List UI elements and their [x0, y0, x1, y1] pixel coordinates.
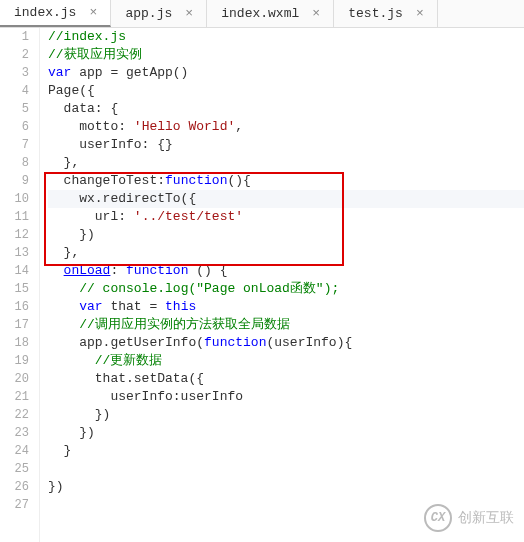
code-line: }) [48, 226, 524, 244]
line-number: 6 [0, 118, 29, 136]
line-number: 16 [0, 298, 29, 316]
code-line: userInfo: {} [48, 136, 524, 154]
line-number: 21 [0, 388, 29, 406]
code-line: }, [48, 154, 524, 172]
line-number: 15 [0, 280, 29, 298]
code-line: //index.js [48, 28, 524, 46]
line-number: 22 [0, 406, 29, 424]
line-number: 2 [0, 46, 29, 64]
close-icon[interactable]: × [415, 6, 425, 21]
line-number: 14 [0, 262, 29, 280]
line-number: 13 [0, 244, 29, 262]
code-line: //调用应用实例的方法获取全局数据 [48, 316, 524, 334]
tab-label: index.wxml [221, 6, 299, 21]
line-number: 27 [0, 496, 29, 514]
code-line: app.getUserInfo(function(userInfo){ [48, 334, 524, 352]
line-number: 1 [0, 28, 29, 46]
line-number: 5 [0, 100, 29, 118]
close-icon[interactable]: × [311, 6, 321, 21]
code-line: that.setData({ [48, 370, 524, 388]
close-icon[interactable]: × [184, 6, 194, 21]
line-number: 25 [0, 460, 29, 478]
line-number: 19 [0, 352, 29, 370]
tab-label: index.js [14, 5, 76, 20]
line-number: 24 [0, 442, 29, 460]
editor: 1 2 3 4 5 6 7 8 9 10 11 12 13 14 15 16 1… [0, 28, 524, 542]
line-gutter: 1 2 3 4 5 6 7 8 9 10 11 12 13 14 15 16 1… [0, 28, 40, 542]
code-line [48, 460, 524, 478]
tab-app-js[interactable]: app.js × [111, 0, 207, 27]
code-line: } [48, 442, 524, 460]
code-line: changeToTest:function(){ [48, 172, 524, 190]
tab-label: app.js [125, 6, 172, 21]
line-number: 9 [0, 172, 29, 190]
code-line: }) [48, 478, 524, 496]
watermark: CX 创新互联 [424, 504, 514, 532]
code-line: wx.redirectTo({ [48, 190, 524, 208]
line-number: 8 [0, 154, 29, 172]
line-number: 26 [0, 478, 29, 496]
line-number: 4 [0, 82, 29, 100]
code-line: Page({ [48, 82, 524, 100]
tab-index-wxml[interactable]: index.wxml × [207, 0, 334, 27]
tab-index-js[interactable]: index.js × [0, 0, 111, 27]
code-line: userInfo:userInfo [48, 388, 524, 406]
tab-test-js[interactable]: test.js × [334, 0, 438, 27]
code-line: data: { [48, 100, 524, 118]
watermark-text: 创新互联 [458, 509, 514, 527]
code-line: var that = this [48, 298, 524, 316]
code-line: onLoad: function () { [48, 262, 524, 280]
line-number: 12 [0, 226, 29, 244]
code-area[interactable]: //index.js //获取应用实例 var app = getApp() P… [40, 28, 524, 542]
tab-bar: index.js × app.js × index.wxml × test.js… [0, 0, 524, 28]
line-number: 23 [0, 424, 29, 442]
code-line: //获取应用实例 [48, 46, 524, 64]
close-icon[interactable]: × [88, 5, 98, 20]
line-number: 3 [0, 64, 29, 82]
line-number: 17 [0, 316, 29, 334]
line-number: 20 [0, 370, 29, 388]
code-line: url: '../test/test' [48, 208, 524, 226]
code-line: }) [48, 406, 524, 424]
line-number: 10 [0, 190, 29, 208]
line-number: 7 [0, 136, 29, 154]
code-line: // console.log("Page onLoad函数"); [48, 280, 524, 298]
code-line: //更新数据 [48, 352, 524, 370]
line-number: 18 [0, 334, 29, 352]
line-number: 11 [0, 208, 29, 226]
code-line: }) [48, 424, 524, 442]
code-line: var app = getApp() [48, 64, 524, 82]
tab-label: test.js [348, 6, 403, 21]
code-line: motto: 'Hello World', [48, 118, 524, 136]
watermark-logo-icon: CX [424, 504, 452, 532]
code-line: }, [48, 244, 524, 262]
